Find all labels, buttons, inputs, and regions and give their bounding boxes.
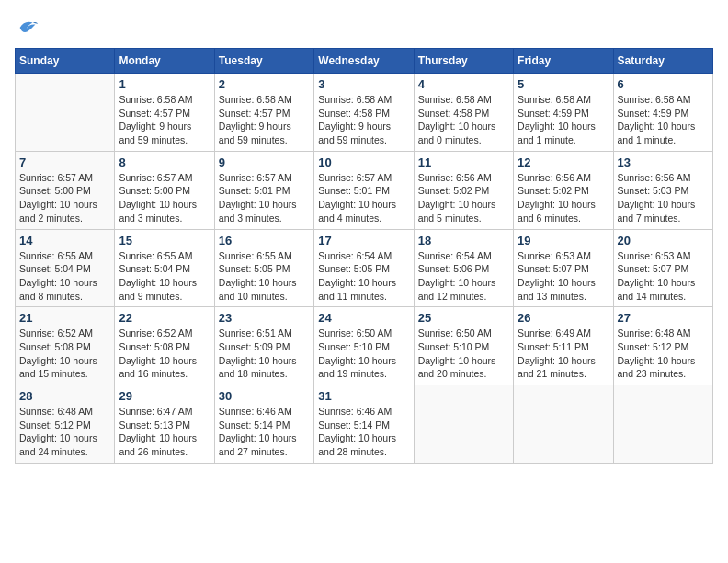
weekday-header: Wednesday <box>314 49 414 74</box>
calendar-cell: 27Sunrise: 6:48 AM Sunset: 5:12 PM Dayli… <box>613 307 712 385</box>
day-number: 21 <box>19 311 110 325</box>
calendar-cell: 18Sunrise: 6:54 AM Sunset: 5:06 PM Dayli… <box>414 229 513 307</box>
calendar-cell: 17Sunrise: 6:54 AM Sunset: 5:05 PM Dayli… <box>314 229 414 307</box>
calendar-cell: 3Sunrise: 6:58 AM Sunset: 4:58 PM Daylig… <box>314 74 414 152</box>
calendar-cell: 30Sunrise: 6:46 AM Sunset: 5:14 PM Dayli… <box>214 385 313 464</box>
day-number: 5 <box>518 77 609 91</box>
day-info: Sunrise: 6:46 AM Sunset: 5:14 PM Dayligh… <box>219 405 310 459</box>
day-info: Sunrise: 6:53 AM Sunset: 5:07 PM Dayligh… <box>518 249 609 304</box>
calendar-cell <box>16 74 115 152</box>
calendar-cell <box>514 385 613 464</box>
day-number: 26 <box>518 311 609 325</box>
weekday-header: Sunday <box>16 49 115 74</box>
day-info: Sunrise: 6:56 AM Sunset: 5:02 PM Dayligh… <box>418 171 509 225</box>
day-info: Sunrise: 6:53 AM Sunset: 5:07 PM Dayligh… <box>618 249 709 304</box>
day-info: Sunrise: 6:54 AM Sunset: 5:06 PM Dayligh… <box>418 249 509 304</box>
day-info: Sunrise: 6:47 AM Sunset: 5:13 PM Dayligh… <box>119 405 210 459</box>
day-number: 14 <box>19 234 110 247</box>
calendar-cell: 20Sunrise: 6:53 AM Sunset: 5:07 PM Dayli… <box>613 229 712 307</box>
day-number: 30 <box>219 389 310 403</box>
day-number: 15 <box>119 234 210 247</box>
calendar-cell: 25Sunrise: 6:50 AM Sunset: 5:10 PM Dayli… <box>414 307 513 385</box>
calendar-cell: 29Sunrise: 6:47 AM Sunset: 5:13 PM Dayli… <box>115 385 214 464</box>
day-number: 1 <box>119 77 210 91</box>
day-number: 2 <box>219 77 310 91</box>
day-info: Sunrise: 6:58 AM Sunset: 4:59 PM Dayligh… <box>518 93 609 147</box>
day-info: Sunrise: 6:55 AM Sunset: 5:04 PM Dayligh… <box>119 249 210 304</box>
day-number: 7 <box>19 155 110 169</box>
day-info: Sunrise: 6:58 AM Sunset: 4:58 PM Dayligh… <box>418 93 509 147</box>
day-number: 31 <box>318 389 409 403</box>
day-info: Sunrise: 6:52 AM Sunset: 5:08 PM Dayligh… <box>19 327 110 381</box>
weekday-header: Monday <box>115 49 214 74</box>
day-info: Sunrise: 6:54 AM Sunset: 5:05 PM Dayligh… <box>318 249 409 304</box>
day-info: Sunrise: 6:57 AM Sunset: 5:00 PM Dayligh… <box>19 171 110 225</box>
day-number: 8 <box>119 155 210 169</box>
calendar-cell: 21Sunrise: 6:52 AM Sunset: 5:08 PM Dayli… <box>16 307 115 385</box>
weekday-header: Thursday <box>414 49 513 74</box>
day-number: 17 <box>318 234 409 247</box>
day-number: 4 <box>418 77 509 91</box>
day-info: Sunrise: 6:57 AM Sunset: 5:00 PM Dayligh… <box>119 171 210 225</box>
calendar-cell: 28Sunrise: 6:48 AM Sunset: 5:12 PM Dayli… <box>16 385 115 464</box>
logo <box>15 15 44 40</box>
day-number: 27 <box>618 311 709 325</box>
day-number: 20 <box>618 234 709 247</box>
calendar-cell: 13Sunrise: 6:56 AM Sunset: 5:03 PM Dayli… <box>613 151 712 229</box>
calendar-cell: 4Sunrise: 6:58 AM Sunset: 4:58 PM Daylig… <box>414 74 513 152</box>
calendar-cell: 16Sunrise: 6:55 AM Sunset: 5:05 PM Dayli… <box>214 229 313 307</box>
calendar-cell: 7Sunrise: 6:57 AM Sunset: 5:00 PM Daylig… <box>16 151 115 229</box>
day-info: Sunrise: 6:49 AM Sunset: 5:11 PM Dayligh… <box>518 327 609 381</box>
day-info: Sunrise: 6:56 AM Sunset: 5:02 PM Dayligh… <box>518 171 609 225</box>
calendar-cell <box>613 385 712 464</box>
day-info: Sunrise: 6:50 AM Sunset: 5:10 PM Dayligh… <box>318 327 409 381</box>
weekday-header: Tuesday <box>214 49 313 74</box>
calendar-cell: 31Sunrise: 6:46 AM Sunset: 5:14 PM Dayli… <box>314 385 414 464</box>
day-info: Sunrise: 6:52 AM Sunset: 5:08 PM Dayligh… <box>119 327 210 381</box>
day-number: 24 <box>318 311 409 325</box>
logo-icon <box>15 15 40 40</box>
day-info: Sunrise: 6:57 AM Sunset: 5:01 PM Dayligh… <box>318 171 409 225</box>
day-info: Sunrise: 6:50 AM Sunset: 5:10 PM Dayligh… <box>418 327 509 381</box>
weekday-header: Friday <box>514 49 613 74</box>
calendar-cell: 10Sunrise: 6:57 AM Sunset: 5:01 PM Dayli… <box>314 151 414 229</box>
day-info: Sunrise: 6:46 AM Sunset: 5:14 PM Dayligh… <box>318 405 409 459</box>
day-info: Sunrise: 6:58 AM Sunset: 4:59 PM Dayligh… <box>618 93 709 147</box>
calendar-cell: 9Sunrise: 6:57 AM Sunset: 5:01 PM Daylig… <box>214 151 313 229</box>
day-info: Sunrise: 6:55 AM Sunset: 5:04 PM Dayligh… <box>19 249 110 304</box>
day-number: 3 <box>318 77 409 91</box>
calendar-cell: 2Sunrise: 6:58 AM Sunset: 4:57 PM Daylig… <box>214 74 313 152</box>
day-number: 18 <box>418 234 509 247</box>
calendar-cell: 12Sunrise: 6:56 AM Sunset: 5:02 PM Dayli… <box>514 151 613 229</box>
day-number: 29 <box>119 389 210 403</box>
calendar-cell: 24Sunrise: 6:50 AM Sunset: 5:10 PM Dayli… <box>314 307 414 385</box>
calendar-cell <box>414 385 513 464</box>
calendar-cell: 15Sunrise: 6:55 AM Sunset: 5:04 PM Dayli… <box>115 229 214 307</box>
day-info: Sunrise: 6:58 AM Sunset: 4:58 PM Dayligh… <box>318 93 409 147</box>
day-info: Sunrise: 6:58 AM Sunset: 4:57 PM Dayligh… <box>119 93 210 147</box>
day-number: 19 <box>518 234 609 247</box>
day-number: 6 <box>618 77 709 91</box>
day-number: 9 <box>219 155 310 169</box>
day-info: Sunrise: 6:48 AM Sunset: 5:12 PM Dayligh… <box>19 405 110 459</box>
calendar-cell: 26Sunrise: 6:49 AM Sunset: 5:11 PM Dayli… <box>514 307 613 385</box>
day-number: 12 <box>518 155 609 169</box>
day-info: Sunrise: 6:48 AM Sunset: 5:12 PM Dayligh… <box>618 327 709 381</box>
day-info: Sunrise: 6:57 AM Sunset: 5:01 PM Dayligh… <box>219 171 310 225</box>
day-number: 11 <box>418 155 509 169</box>
day-number: 23 <box>219 311 310 325</box>
calendar-cell: 6Sunrise: 6:58 AM Sunset: 4:59 PM Daylig… <box>613 74 712 152</box>
calendar-cell: 1Sunrise: 6:58 AM Sunset: 4:57 PM Daylig… <box>115 74 214 152</box>
day-info: Sunrise: 6:51 AM Sunset: 5:09 PM Dayligh… <box>219 327 310 381</box>
day-info: Sunrise: 6:56 AM Sunset: 5:03 PM Dayligh… <box>618 171 709 225</box>
day-info: Sunrise: 6:58 AM Sunset: 4:57 PM Dayligh… <box>219 93 310 147</box>
calendar-cell: 22Sunrise: 6:52 AM Sunset: 5:08 PM Dayli… <box>115 307 214 385</box>
weekday-header: Saturday <box>613 49 712 74</box>
calendar-cell: 8Sunrise: 6:57 AM Sunset: 5:00 PM Daylig… <box>115 151 214 229</box>
calendar-table: SundayMondayTuesdayWednesdayThursdayFrid… <box>15 48 713 464</box>
calendar-cell: 19Sunrise: 6:53 AM Sunset: 5:07 PM Dayli… <box>514 229 613 307</box>
calendar-cell: 11Sunrise: 6:56 AM Sunset: 5:02 PM Dayli… <box>414 151 513 229</box>
calendar-cell: 5Sunrise: 6:58 AM Sunset: 4:59 PM Daylig… <box>514 74 613 152</box>
day-number: 16 <box>219 234 310 247</box>
day-number: 13 <box>618 155 709 169</box>
